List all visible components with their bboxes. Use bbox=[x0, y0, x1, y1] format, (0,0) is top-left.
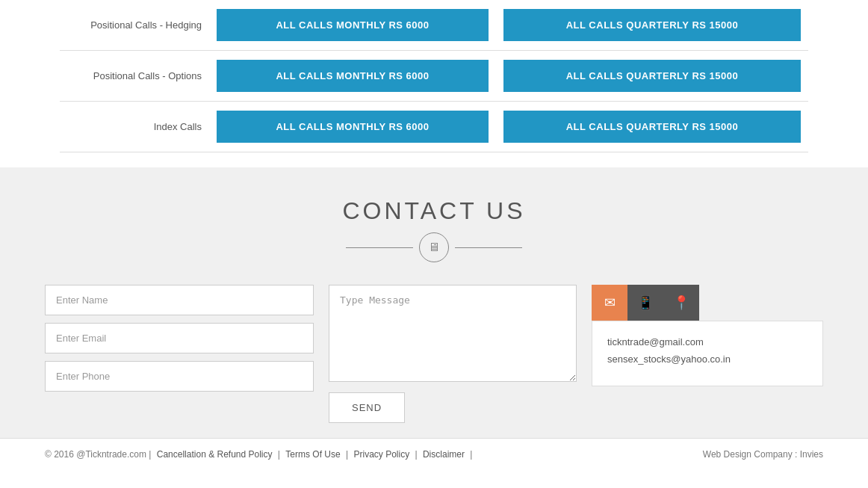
footer-link[interactable]: Cancellation & Refund Policy bbox=[157, 449, 273, 460]
contact-icons-row: ✉ 📱 📍 bbox=[592, 285, 823, 321]
copyright-text: © 2016 @Tickntrade.com | bbox=[45, 449, 151, 460]
phone-icon-button[interactable]: 📱 bbox=[627, 285, 663, 321]
quarterly-btn-cell: ALL CALLS QUARTERLY RS 15000 bbox=[496, 102, 808, 152]
location-icon: 📍 bbox=[673, 294, 689, 311]
row-label: Index Calls bbox=[60, 102, 209, 152]
contact-left bbox=[45, 285, 314, 392]
name-input[interactable] bbox=[45, 285, 314, 315]
email-icon: ✉ bbox=[604, 294, 616, 311]
contact-right: ✉ 📱 📍 tickntrade@gmail.com sensex_stocks… bbox=[592, 285, 823, 386]
footer: © 2016 @Tickntrade.com | Cancellation & … bbox=[0, 438, 868, 470]
monitor-icon: 🖥 bbox=[419, 232, 449, 262]
footer-right: Web Design Company : Invies bbox=[703, 449, 823, 460]
email-icon-button[interactable]: ✉ bbox=[592, 285, 627, 321]
footer-links: Cancellation & Refund Policy | Terms Of … bbox=[154, 449, 473, 460]
monthly-button[interactable]: ALL CALLS MONTHLY RS 6000 bbox=[217, 9, 489, 41]
quarterly-button[interactable]: ALL CALLS QUARTERLY RS 15000 bbox=[503, 9, 801, 41]
pricing-table: Positional Calls - Hedging ALL CALLS MON… bbox=[60, 0, 808, 152]
send-button[interactable]: SEND bbox=[329, 392, 405, 423]
row-label: Positional Calls - Options bbox=[60, 51, 209, 102]
quarterly-button[interactable]: ALL CALLS QUARTERLY RS 15000 bbox=[503, 60, 801, 92]
email2-text: sensex_stocks@yahoo.co.in bbox=[607, 353, 807, 365]
footer-link[interactable]: Disclaimer bbox=[423, 449, 465, 460]
row-label: Positional Calls - Hedging bbox=[60, 0, 209, 51]
location-icon-button[interactable]: 📍 bbox=[663, 285, 699, 321]
send-btn-wrapper: SEND bbox=[329, 392, 577, 423]
contact-section: CONTACT US 🖥 SEND ✉ 📱 bbox=[0, 167, 868, 438]
phone-input[interactable] bbox=[45, 361, 314, 392]
quarterly-btn-cell: ALL CALLS QUARTERLY RS 15000 bbox=[496, 0, 808, 51]
footer-left: © 2016 @Tickntrade.com | Cancellation & … bbox=[45, 449, 472, 460]
monthly-button[interactable]: ALL CALLS MONTHLY RS 6000 bbox=[217, 111, 489, 143]
quarterly-button[interactable]: ALL CALLS QUARTERLY RS 15000 bbox=[503, 111, 801, 143]
message-input[interactable] bbox=[329, 285, 577, 382]
footer-link[interactable]: Terms Of Use bbox=[285, 449, 340, 460]
contact-form-row: SEND ✉ 📱 📍 tickntrade@gmail.com sensex_s… bbox=[45, 285, 823, 423]
email1-text: tickntrade@gmail.com bbox=[607, 336, 807, 348]
email-input[interactable] bbox=[45, 323, 314, 353]
contact-middle: SEND bbox=[329, 285, 577, 423]
contact-info-box: tickntrade@gmail.com sensex_stocks@yahoo… bbox=[592, 321, 823, 386]
pricing-row: Positional Calls - Hedging ALL CALLS MON… bbox=[60, 0, 808, 51]
pricing-row: Positional Calls - Options ALL CALLS MON… bbox=[60, 51, 808, 102]
web-design-text: Web Design Company : Invies bbox=[703, 449, 823, 460]
divider-line-right bbox=[455, 247, 522, 248]
footer-link[interactable]: Privacy Policy bbox=[353, 449, 409, 460]
quarterly-btn-cell: ALL CALLS QUARTERLY RS 15000 bbox=[496, 51, 808, 102]
pricing-row: Index Calls ALL CALLS MONTHLY RS 6000 AL… bbox=[60, 102, 808, 152]
monthly-btn-cell: ALL CALLS MONTHLY RS 6000 bbox=[209, 51, 496, 102]
divider-line-left bbox=[346, 247, 413, 248]
contact-title-wrapper: CONTACT US 🖥 bbox=[45, 197, 823, 262]
contact-title: CONTACT US bbox=[45, 197, 823, 225]
monthly-btn-cell: ALL CALLS MONTHLY RS 6000 bbox=[209, 102, 496, 152]
monthly-button[interactable]: ALL CALLS MONTHLY RS 6000 bbox=[217, 60, 489, 92]
monthly-btn-cell: ALL CALLS MONTHLY RS 6000 bbox=[209, 0, 496, 51]
phone-icon: 📱 bbox=[637, 294, 654, 311]
contact-divider: 🖥 bbox=[45, 232, 823, 262]
pricing-section: Positional Calls - Hedging ALL CALLS MON… bbox=[0, 0, 868, 167]
